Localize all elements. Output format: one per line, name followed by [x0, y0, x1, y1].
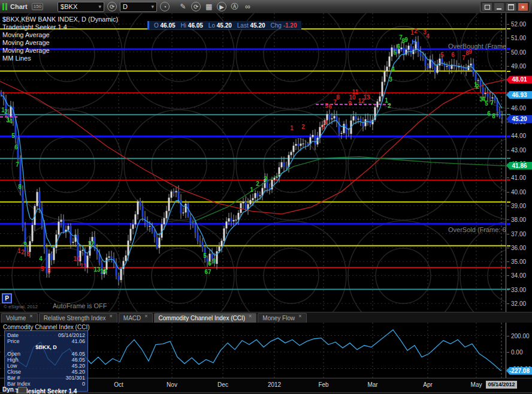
last-value: 45.20: [250, 22, 265, 29]
grid-gu-icon[interactable]: ▦: [204, 2, 214, 11]
draw-pencil-icon[interactable]: ✎: [178, 2, 188, 11]
tab-label: Volume: [6, 315, 26, 321]
tab-close-icon[interactable]: ×: [249, 314, 252, 319]
price-tick: [507, 52, 509, 53]
marker-annotation: H: [412, 39, 416, 46]
count-annotation-green: 6: [14, 144, 18, 151]
maximize-button[interactable]: [506, 2, 516, 11]
moving-averages: [0, 49, 505, 269]
count-annotation-green: 7: [490, 100, 494, 106]
window-controls: ×: [480, 1, 530, 13]
count-annotation-green: 4: [9, 118, 13, 125]
chart-window: { "window": { "title": "Chart", "badge":…: [0, 0, 532, 394]
count-annotation-red: 10: [73, 255, 80, 262]
data-window-value: 46.05: [71, 357, 85, 363]
count-annotation-green: 7: [16, 161, 19, 168]
close-button[interactable]: ×: [518, 2, 528, 11]
price-axis-label: 32.00: [511, 300, 526, 307]
cci-axis-label: 200.00: [511, 333, 530, 339]
count-annotation-green: 67: [204, 269, 211, 275]
autoframe-status: AutoFrame is OFF: [53, 302, 107, 309]
data-window-label: High: [7, 357, 19, 363]
interval-input[interactable]: D ▾: [120, 2, 157, 12]
link-icon[interactable]: ∞: [243, 2, 253, 11]
tab-close-icon[interactable]: ×: [29, 314, 32, 319]
price-badge: 46.93: [506, 91, 532, 99]
price-axis-label: 39.00: [511, 203, 526, 209]
data-window-value: 45.20: [71, 369, 85, 375]
play-icon[interactable]: ▶: [217, 2, 226, 11]
mm-line-tick: [507, 288, 510, 290]
price-axis-label: 50.00: [511, 49, 526, 56]
price-tick: [507, 108, 509, 109]
tab-relative-strength-index[interactable]: Relative Strength Index×: [39, 313, 117, 323]
time-axis-label: Apr: [423, 381, 433, 388]
count-annotation-red: 5: [41, 266, 44, 272]
chevron-down-icon[interactable]: ▾: [152, 4, 155, 10]
price-axis-label: 40.00: [511, 189, 526, 196]
count-annotation-red: 9: [348, 100, 352, 107]
price-axis[interactable]: 52.0051.0050.0049.0048.0047.0046.0045.00…: [506, 13, 532, 378]
tab-macd[interactable]: MACD×: [119, 313, 153, 323]
dyn-tab-icon[interactable]: [18, 387, 27, 393]
restore-button[interactable]: [482, 2, 492, 11]
mm-line-tick: [507, 179, 510, 181]
data-window-value: 05/14/2012: [58, 332, 85, 338]
count-annotation-green: 9: [404, 37, 408, 43]
tab-close-icon[interactable]: ×: [110, 314, 113, 319]
count-annotation-green: 2: [388, 103, 391, 109]
price-tick: [507, 24, 509, 25]
mm-line-tick: [507, 114, 510, 115]
window-title: Chart: [10, 3, 28, 10]
count-annotation-red: 2: [414, 28, 418, 34]
time-axis-label: 2012: [268, 381, 281, 388]
mm-line-tick: [507, 223, 510, 225]
tab-volume[interactable]: Volume×: [1, 313, 38, 323]
mm-line-tick: [507, 136, 510, 137]
tab-close-icon[interactable]: ×: [144, 314, 147, 319]
count-annotation-green: 6: [487, 110, 491, 117]
dyn-tab[interactable]: Dyn: [2, 386, 14, 393]
time-axis-label: Oct: [114, 381, 123, 388]
price-axis-label: 35.00: [511, 258, 526, 265]
window-number-badge: 150: [32, 3, 43, 10]
count-annotation-red: 6: [451, 52, 455, 58]
interval-value: D: [123, 3, 128, 10]
price-tick: [507, 38, 509, 38]
price-tick: [507, 192, 509, 193]
mm-line-tick: [507, 201, 510, 203]
price-axis-label: 43.00: [511, 147, 526, 154]
symbol-input[interactable]: $BKX ▾: [58, 2, 104, 12]
time-axis-label: Mar: [367, 381, 377, 388]
time-axis-label: May: [471, 381, 482, 388]
time-axis-label: Dec: [217, 381, 228, 388]
symbol-refresh-icon[interactable]: ⟳: [107, 2, 117, 11]
interval-clock-icon[interactable]: ◔: [160, 2, 170, 11]
count-annotation-green: 12: [87, 240, 94, 247]
tab-commodity-channel-index-cci-[interactable]: Commodity Channel Index (CCI)×: [154, 313, 257, 323]
gann-circles: [12, 13, 506, 331]
p-marker[interactable]: P: [2, 293, 12, 303]
chart-title: $BKX,KBW BANK INDEX, D (Dynamic): [2, 16, 118, 23]
chart-canvas[interactable]: [0, 13, 506, 378]
mm-line-tick: [507, 267, 510, 268]
data-window-label: Open: [7, 351, 20, 357]
price-badge: 48.01: [506, 76, 532, 83]
mm-line-tick: [507, 71, 510, 72]
count-annotation-red: 4: [324, 119, 327, 126]
marker-annotation: ↓: [365, 88, 368, 95]
tab-close-icon[interactable]: ×: [298, 314, 301, 319]
minimize-button[interactable]: [494, 2, 504, 11]
auto-icon[interactable]: Ⓐ: [229, 2, 240, 11]
time-axis-label: Nov: [167, 381, 177, 388]
tab-label: Money Flow: [262, 315, 295, 321]
tab-money-flow[interactable]: Money Flow×: [258, 313, 306, 323]
price-axis-label: 44.00: [511, 133, 526, 139]
reload-icon[interactable]: ⟳: [191, 2, 201, 11]
candles: [1, 36, 503, 286]
time-axis-label: Feb: [318, 381, 328, 388]
price-tick: [507, 178, 509, 178]
count-annotation-green: 5: [485, 100, 488, 107]
chevron-down-icon[interactable]: ▾: [99, 4, 102, 10]
count-annotation-red: 9: [468, 49, 472, 55]
